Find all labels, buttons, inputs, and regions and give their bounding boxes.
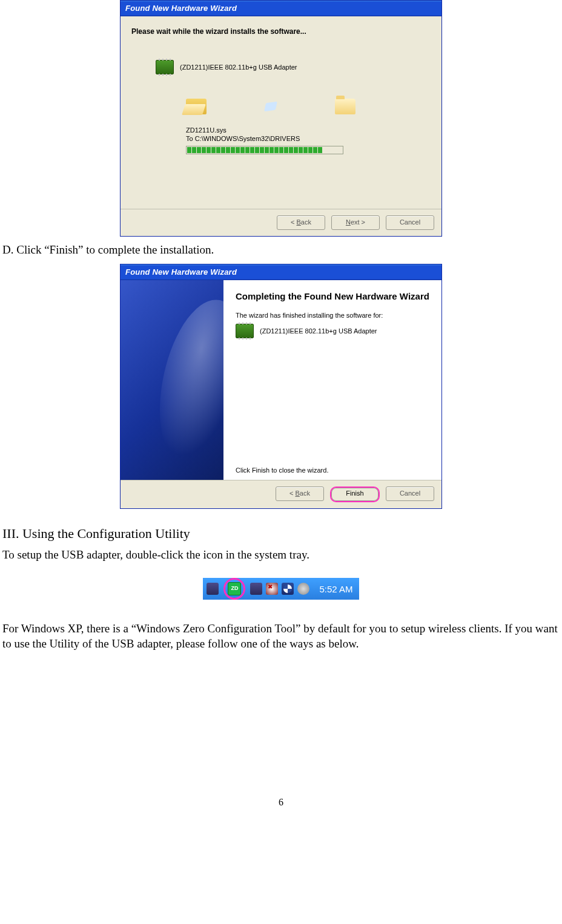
network-adapter-icon — [156, 60, 174, 74]
tray-icon-generic[interactable] — [250, 583, 262, 595]
back-button[interactable]: < Back — [277, 215, 325, 230]
device-row: (ZD1211)IEEE 802.11b+g USB Adapter — [156, 60, 431, 74]
dialog1-instruction: Please wait while the wizard installs th… — [131, 27, 431, 36]
dialog2-subtext: The wizard has finished installing the s… — [236, 312, 429, 319]
zd-utility-tray-icon[interactable]: ZD — [228, 582, 241, 595]
device-name: (ZD1211)IEEE 802.11b+g USB Adapter — [180, 64, 297, 71]
dialog2-heading: Completing the Found New Hardware Wizard — [236, 291, 429, 303]
tray-icon-network-disconnected[interactable] — [266, 583, 278, 595]
progress-segment — [202, 147, 206, 153]
progress-segment — [197, 147, 201, 153]
destination-folder-icon — [335, 99, 355, 114]
wizard-sidebar-graphic — [121, 280, 223, 480]
tray-zd-highlight-ring: ZD — [223, 578, 245, 600]
progress-segment — [216, 147, 220, 153]
hardware-wizard-complete-dialog: Found New Hardware Wizard Completing the… — [120, 264, 442, 509]
dialog2-button-bar: < Back Finish Cancel — [121, 480, 441, 508]
tray-icon-volume[interactable] — [297, 583, 309, 595]
file-copy-area: ZD1211U.sys To C:\WINDOWS\System32\DRIVE… — [186, 99, 386, 154]
source-folder-icon — [186, 99, 207, 114]
progress-segment — [211, 147, 216, 153]
progress-segment — [207, 147, 211, 153]
progress-segment — [187, 147, 191, 153]
progress-segment — [245, 147, 250, 153]
dialog1-titlebar: Found New Hardware Wizard — [121, 1, 441, 16]
flying-document-icon — [264, 102, 277, 111]
progress-segment — [299, 147, 303, 153]
progress-segment — [303, 147, 308, 153]
progress-segment — [318, 147, 322, 153]
step-d-text: D. Click “Finish” to complete the instal… — [2, 243, 560, 258]
progress-segment — [255, 147, 259, 153]
progress-segment — [279, 147, 283, 153]
hardware-wizard-installing-dialog: Found New Hardware Wizard Please wait wh… — [120, 0, 442, 237]
dialog2-close-text: Click Finish to close the wizard. — [236, 467, 429, 474]
progress-segment — [269, 147, 274, 153]
network-adapter-icon — [236, 324, 254, 338]
back-button: < Back — [276, 487, 324, 501]
progress-segment — [250, 147, 254, 153]
progress-segment — [265, 147, 269, 153]
system-tray: ZD 5:52 AM — [202, 577, 360, 601]
progress-segment — [294, 147, 298, 153]
tray-icon-generic[interactable] — [282, 583, 294, 595]
progress-segment — [192, 147, 196, 153]
dialog2-device-name: (ZD1211)IEEE 802.11b+g USB Adapter — [260, 327, 377, 335]
cancel-button[interactable]: Cancel — [386, 215, 434, 230]
setup-instruction-text: To setup the USB adapter, double-click t… — [2, 548, 560, 563]
copying-destination: To C:\WINDOWS\System32\DRIVERS — [186, 135, 386, 142]
progress-segment — [274, 147, 279, 153]
dialog2-title: Found New Hardware Wizard — [125, 267, 237, 277]
dialog1-button-bar: < Back Next > Cancel — [121, 209, 441, 236]
progress-segment — [308, 147, 312, 153]
cancel-button: Cancel — [386, 487, 434, 501]
section-heading: III. Using the Configuration Utility — [2, 526, 560, 542]
dialog1-title: Found New Hardware Wizard — [125, 4, 237, 13]
progress-segment — [226, 147, 230, 153]
copying-filename: ZD1211U.sys — [186, 126, 386, 134]
page-number: 6 — [0, 797, 562, 808]
progress-segment — [221, 147, 225, 153]
progress-segment — [231, 147, 235, 153]
next-button[interactable]: Next > — [331, 215, 380, 230]
dialog2-titlebar: Found New Hardware Wizard — [121, 264, 441, 280]
xp-note-text: For Windows XP, there is a “Windows Zero… — [2, 621, 560, 651]
progress-segment — [313, 147, 317, 153]
progress-segment — [289, 147, 293, 153]
tray-clock[interactable]: 5:52 AM — [319, 584, 352, 594]
tray-icon-generic[interactable] — [207, 583, 219, 595]
progress-segment — [284, 147, 288, 153]
progress-segment — [236, 147, 240, 153]
progress-bar — [186, 146, 343, 154]
progress-segment — [240, 147, 245, 153]
dialog2-device-row: (ZD1211)IEEE 802.11b+g USB Adapter — [236, 324, 429, 338]
progress-segment — [260, 147, 264, 153]
finish-button[interactable]: Finish — [330, 487, 380, 502]
